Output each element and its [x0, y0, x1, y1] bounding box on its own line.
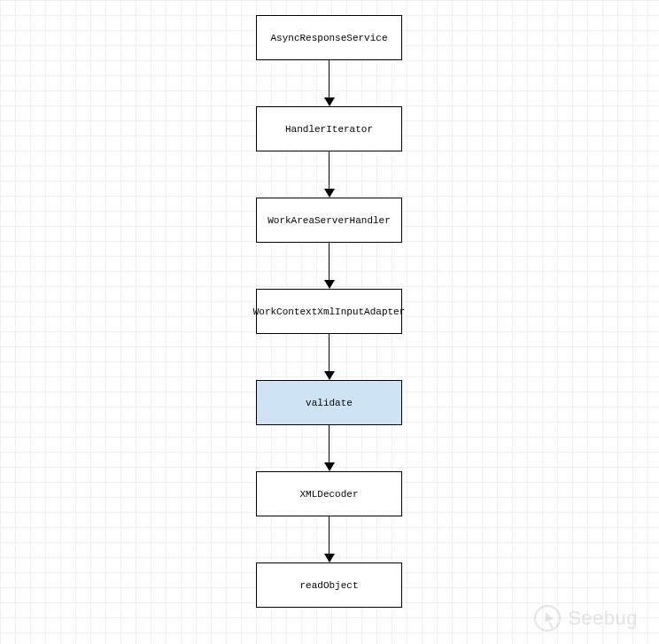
- node-validate: validate: [256, 380, 402, 425]
- arrow-head-icon: [324, 97, 335, 106]
- arrow-line: [329, 334, 330, 373]
- logo-triangle-icon: [542, 611, 554, 623]
- node-label: validate: [306, 398, 353, 408]
- arrow-line: [329, 425, 330, 464]
- node-handler-iterator: HandlerIterator: [256, 106, 402, 151]
- arrow-line: [329, 60, 330, 99]
- flowchart-diagram: AsyncResponseService HandlerIterator Wor…: [256, 15, 402, 608]
- arrow-connector: [329, 243, 330, 289]
- arrow-head-icon: [324, 280, 335, 289]
- arrow-line: [329, 243, 330, 282]
- logo-line-icon: [549, 622, 554, 629]
- node-label: WorkAreaServerHandler: [267, 215, 391, 226]
- watermark: Seebug: [534, 605, 638, 632]
- node-work-area-server-handler: WorkAreaServerHandler: [256, 198, 402, 243]
- node-read-object: readObject: [256, 563, 402, 608]
- node-xml-decoder: XMLDecoder: [256, 471, 402, 516]
- arrow-head-icon: [324, 371, 335, 380]
- arrow-connector: [329, 425, 330, 471]
- arrow-connector: [329, 516, 330, 563]
- arrow-connector: [329, 60, 330, 106]
- node-work-context-xml-input-adapter: WorkContextXmlInputAdapter: [256, 289, 402, 334]
- node-label: WorkContextXmlInputAdapter: [253, 306, 406, 317]
- arrow-line: [329, 516, 330, 555]
- arrow-connector: [329, 151, 330, 198]
- arrow-head-icon: [324, 189, 335, 198]
- node-label: readObject: [299, 580, 358, 591]
- arrow-head-icon: [324, 462, 335, 471]
- node-label: AsyncResponseService: [270, 33, 387, 43]
- node-label: XMLDecoder: [299, 489, 358, 500]
- node-async-response-service: AsyncResponseService: [256, 15, 402, 60]
- watermark-text: Seebug: [568, 607, 638, 630]
- arrow-head-icon: [324, 554, 335, 563]
- node-label: HandlerIterator: [285, 124, 373, 135]
- arrow-connector: [329, 334, 330, 380]
- arrow-line: [329, 151, 330, 190]
- seebug-logo-icon: [534, 605, 561, 632]
